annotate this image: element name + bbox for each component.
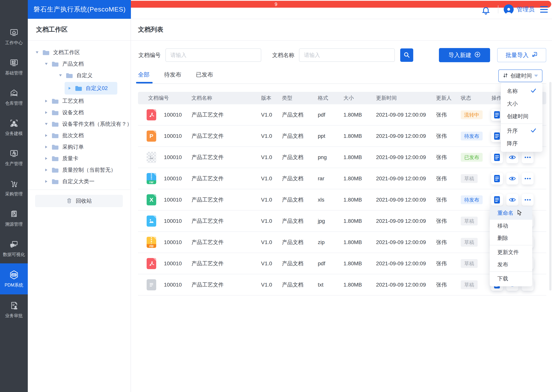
folder-icon [51,155,59,161]
rail-item-workbench[interactable]: 工作中心 [0,21,28,52]
recycle-bin-button[interactable]: 回收站 [35,195,123,207]
sort-option[interactable]: 名称 [501,85,542,98]
doc-name-cell: 产品工艺文件 [191,239,224,246]
tab-已发布[interactable]: 已发布 [196,71,213,79]
sort-option[interactable]: 大小 [501,98,542,110]
preview-button[interactable] [506,151,518,163]
tab-全部[interactable]: 全部 [138,71,150,79]
folder-icon [51,61,59,67]
rail-item-pdm[interactable]: PDMPDM系统 [0,263,28,294]
status-cell: 已发布 [461,153,483,162]
sort-button[interactable]: 创建时间 [498,70,542,82]
more-button[interactable] [522,151,534,163]
tree-item[interactable]: 自定义大类一 [28,176,130,187]
sort-order-option[interactable]: 降序 [501,137,542,150]
format-cell: zip [318,239,325,245]
chevron-right-icon[interactable] [69,87,71,90]
detail-button[interactable] [491,151,503,163]
chevron-right-icon[interactable] [45,100,47,102]
chevron-right-icon[interactable] [45,169,47,171]
chevron-down-icon[interactable] [45,123,48,125]
chevron-down-icon[interactable] [36,51,38,54]
tree-item[interactable]: 采购订单 [28,141,130,153]
scrollbar-thumb[interactable] [549,82,552,291]
notifications-button[interactable] [480,5,492,16]
chevron-right-icon[interactable] [45,146,47,148]
table-row[interactable]: P100010产品工艺文件V1.0产品文档ppt1.80MB2021-09-09… [138,126,546,147]
chevron-right-icon[interactable] [45,157,47,160]
rail-item-trace[interactable]: 溯源管理 [0,203,28,233]
context-menu-item[interactable]: 更新文件 [490,246,532,259]
rail-item-modeling[interactable]: 业务建模 [0,112,28,142]
chevron-right-icon[interactable] [45,180,47,183]
tree-item[interactable]: 自定义02 [65,82,117,95]
tab-待发布[interactable]: 待发布 [164,71,181,79]
table-row[interactable]: 100010产品工艺文件V1.0产品文档pdf1.80MB2021-09-09 … [138,104,546,126]
chevron-down-icon[interactable] [45,63,48,65]
tree-item[interactable]: 产品文档 [28,58,130,70]
file-type-cell: zip [147,237,156,248]
tree-item[interactable]: 文档工作区 [28,47,130,58]
version-cell: V1.0 [261,197,272,203]
updater-cell: 张伟 [436,175,447,182]
table-row[interactable]: 100010产品工艺文件V1.0产品文档jpg1.80MB2021-09-09 … [138,210,546,232]
context-menu-item[interactable]: 重命名 [490,206,532,220]
size-cell: 1.80MB [343,154,362,161]
more-button[interactable] [522,194,534,206]
rail-item-production[interactable]: 生产管理 [0,142,28,173]
folder-icon [51,167,59,173]
context-menu-item[interactable]: 移动 [490,220,532,232]
table-row[interactable]: 100010产品工艺文件V1.0产品文档pdf1.80MB2021-09-09 … [138,253,546,274]
tree-item[interactable]: 自定义 [28,70,130,81]
rail-item-approval[interactable]: 业务审批 [0,294,28,325]
rail-item-warehouse[interactable]: 仓库管理 [0,82,28,112]
sort-order-option[interactable]: 升序 [501,125,542,137]
context-menu-item[interactable]: 删除 [490,232,532,244]
updated-cell: 2021-09-09 12:00:09 [376,175,426,182]
tree-item[interactable]: 批次文档 [28,130,130,141]
batch-import-button[interactable]: 批量导入 [497,48,546,62]
table-row[interactable]: rar100010产品工艺文件V1.0产品文档rar1.80MB2021-09-… [138,168,546,189]
search-button[interactable] [400,49,413,62]
avatar[interactable] [504,4,514,14]
table-row[interactable]: zip100010产品工艺文件V1.0产品文档zip1.80MB2021-09-… [138,232,546,253]
tree-item[interactable]: 质量控制（当前暂无） [28,164,130,176]
table-rows: 100010产品工艺文件V1.0产品文档pdf1.80MB2021-09-09 … [138,104,546,295]
rail-item-data-vis[interactable]: 数据可视化 [0,233,28,263]
file-icon-jpg [147,216,156,227]
import-new-button[interactable]: 导入新建 [439,48,490,62]
table-row[interactable]: 100010产品工艺文件V1.0产品文档txt1.80MB2021-09-09 … [138,274,546,295]
context-menu-item[interactable]: 下载 [490,273,532,285]
more-button[interactable] [522,173,534,184]
updater-cell: 张伟 [436,196,447,203]
file-type-cell: rar [147,173,156,184]
rail-item-procurement[interactable]: 采购管理 [0,173,28,203]
type-cell: 产品文档 [282,175,303,182]
table-row[interactable]: 100010产品工艺文件V1.0产品文档png1.80MB2021-09-09 … [138,147,546,168]
user-name[interactable]: 管理员 [517,0,535,19]
detail-button[interactable] [491,173,503,184]
menu-button[interactable] [540,6,548,13]
chevron-right-icon[interactable] [45,111,47,114]
tree-item[interactable]: 质量卡 [28,153,130,164]
tree-item[interactable]: 工艺文档 [28,95,130,107]
tree-item[interactable]: 设备零件文档（系统没有？） [28,118,130,130]
context-menu-item[interactable]: 发布 [490,259,532,271]
detail-button[interactable] [491,194,503,206]
chevron-down-icon[interactable] [59,74,62,77]
rail-item-base-admin[interactable]: 基础管理 [0,52,28,82]
fold-corner [153,258,156,261]
chevron-right-icon[interactable] [45,134,47,137]
type-cell: 产品文档 [282,281,303,288]
table-row[interactable]: X100010产品工艺文件V1.0产品文档xls1.80MB2021-09-09… [138,189,546,210]
preview-button[interactable] [506,173,518,184]
preview-button[interactable] [506,194,518,206]
doc-name-input[interactable] [299,49,395,62]
bell-icon [480,13,491,16]
active-tab-underline [136,82,153,84]
doc-no-input[interactable] [165,49,261,62]
file-type-cell [147,279,156,290]
status-cell: 流转中 [461,110,483,119]
sort-option[interactable]: 创建时间 [501,110,542,123]
tree-item[interactable]: 设备文档 [28,107,130,118]
